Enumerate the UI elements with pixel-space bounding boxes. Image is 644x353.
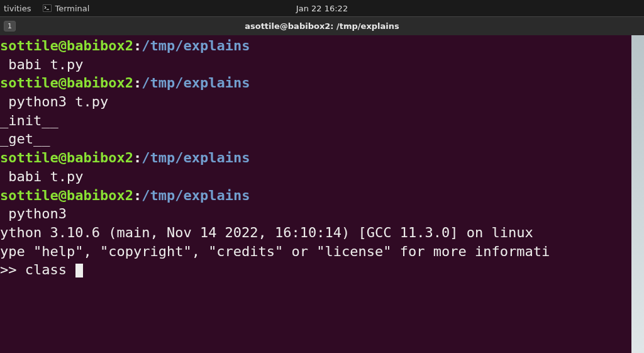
prompt-host: babibox2 [67,75,133,91]
output-line: ype "help", "copyright", "credits" or "l… [0,242,644,261]
clock-text: Jan 22 16:22 [296,4,348,13]
prompt-user: sottile [0,188,58,203]
prompt-path: /tmp/explains [142,75,250,91]
command-line: babi t.py [0,167,644,186]
terminal-icon [43,4,52,12]
cursor [75,264,83,277]
terminal-body[interactable]: sottile@babibox2:/tmp/explains babi t.py… [0,35,644,353]
background-edge [631,35,644,353]
output-line: ython 3.10.6 (main, Nov 14 2022, 16:10:1… [0,223,644,242]
topbar-left: tivities Terminal [0,4,89,13]
prompt-line: sottile@babibox2:/tmp/explains [0,148,644,167]
gnome-topbar: tivities Terminal Jan 22 16:22 [0,0,644,16]
output-line: _init__ [0,111,644,130]
command-line: babi t.py [0,55,644,74]
terminal-app-label: Terminal [55,4,90,13]
prompt-user: sottile [0,75,58,91]
prompt-host: babibox2 [67,38,133,53]
prompt-path: /tmp/explains [142,188,250,203]
activities-label: tivities [4,4,31,13]
prompt-host: babibox2 [67,188,133,203]
prompt-path: /tmp/explains [142,38,250,53]
output-line: _get__ [0,130,644,148]
prompt-user: sottile [0,38,58,53]
prompt-line: sottile@babibox2:/tmp/explains [0,36,644,55]
window-titlebar: 1 asottile@babibox2: /tmp/explains [0,16,644,35]
window-title: asottile@babibox2: /tmp/explains [245,21,399,31]
svg-rect-1 [43,5,51,11]
prompt-path: /tmp/explains [142,150,250,165]
terminal-app-menu[interactable]: Terminal [43,4,90,13]
command-line: python3 t.py [0,92,644,111]
prompt-line: sottile@babibox2:/tmp/explains [0,74,644,92]
prompt-host: babibox2 [67,150,133,165]
prompt-line: sottile@babibox2:/tmp/explains [0,186,644,205]
clock[interactable]: Jan 22 16:22 [296,4,348,13]
repl-input-line[interactable]: >> class [0,261,644,279]
activities-button[interactable]: tivities [4,4,31,13]
tab-badge[interactable]: 1 [4,21,16,31]
titlebar-left: 1 [0,21,16,31]
command-line: python3 [0,205,644,223]
prompt-user: sottile [0,150,58,165]
